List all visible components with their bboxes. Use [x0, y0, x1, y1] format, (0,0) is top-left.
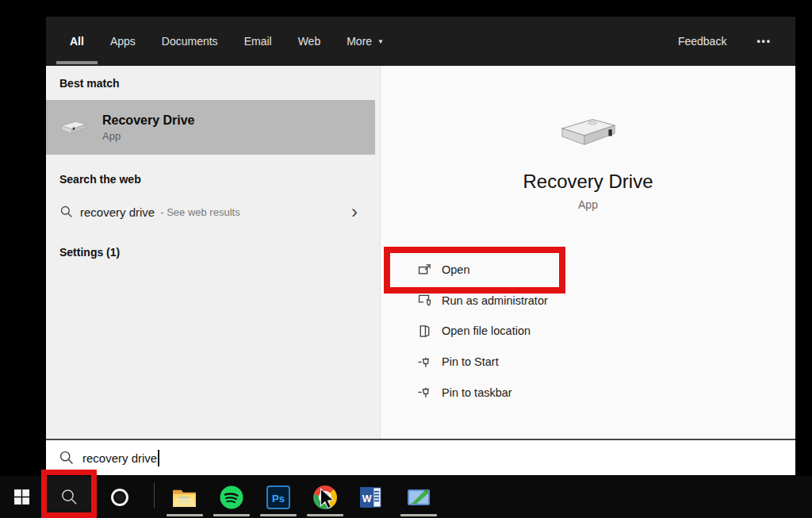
windows-logo-icon — [14, 489, 29, 505]
result-title: Recovery Drive — [381, 171, 795, 193]
settings-heading: Settings (1) — [59, 246, 380, 259]
search-icon — [59, 450, 75, 466]
search-tabs-bar: All Apps Documents Email Web More ▼ Feed… — [46, 17, 795, 66]
running-indicator — [307, 514, 343, 516]
web-search-suggestion[interactable]: recovery drive - See web results › — [46, 196, 380, 228]
action-label: Pin to taskbar — [442, 386, 512, 399]
word-icon: W — [359, 486, 384, 508]
action-pin-to-start[interactable]: Pin to Start — [381, 347, 795, 378]
suggestion-hint: - See web results — [160, 206, 239, 218]
taskbar-search-button[interactable] — [43, 476, 95, 518]
text-caret — [158, 450, 159, 466]
action-label: Pin to Start — [442, 355, 499, 368]
suggestion-query: recovery drive — [80, 205, 155, 219]
spotify-icon — [220, 485, 243, 509]
recovery-drive-icon — [552, 110, 625, 155]
search-input-bar[interactable]: recovery drive — [46, 439, 795, 475]
action-label: Open file location — [442, 324, 530, 337]
best-match-heading: Best match — [59, 77, 380, 90]
action-open[interactable]: Open — [381, 255, 795, 286]
tab-label: Email — [244, 35, 272, 48]
best-match-text: Recovery Drive App — [102, 113, 195, 142]
tab-more[interactable]: More ▼ — [347, 17, 384, 66]
header-right: Feedback ••• — [678, 35, 772, 48]
tab-label: Documents — [162, 35, 218, 48]
open-icon — [416, 263, 433, 278]
photoshop-icon: Ps — [266, 485, 290, 509]
more-options-icon[interactable]: ••• — [756, 36, 772, 47]
file-explorer-icon — [172, 487, 197, 508]
windows-search-flyout: All Apps Documents Email Web More ▼ Feed… — [46, 17, 795, 475]
search-input-value[interactable]: recovery drive — [82, 451, 157, 465]
action-run-as-administrator[interactable]: Run as administrator — [381, 286, 795, 317]
chevron-down-icon: ▼ — [377, 38, 384, 45]
context-actions: Open Run as administrator — [381, 255, 795, 408]
best-match-subtitle: App — [102, 130, 195, 142]
start-button[interactable] — [0, 476, 43, 518]
tab-documents[interactable]: Documents — [162, 17, 218, 66]
tab-label: All — [70, 35, 84, 48]
action-label: Open — [442, 263, 469, 276]
taskbar-file-explorer[interactable] — [161, 476, 208, 518]
admin-shield-icon — [416, 293, 433, 308]
taskbar-photoshop[interactable]: Ps — [255, 476, 301, 518]
running-indicator — [167, 514, 203, 516]
result-hero: Recovery Drive App — [381, 66, 795, 211]
tab-email[interactable]: Email — [244, 17, 272, 66]
tab-label: Web — [298, 35, 321, 48]
tab-web[interactable]: Web — [298, 17, 321, 66]
taskbar-divider — [154, 483, 155, 508]
taskbar-chrome[interactable] — [301, 476, 348, 518]
feedback-button[interactable]: Feedback — [678, 35, 726, 48]
folder-location-icon — [416, 324, 433, 339]
taskbar-spotify[interactable] — [208, 476, 255, 518]
results-list: Best match Recovery Drive App Search the… — [46, 66, 380, 439]
taskbar: Ps W — [0, 476, 812, 518]
running-indicator — [260, 514, 297, 516]
chrome-icon — [313, 485, 337, 509]
search-results-area: Best match Recovery Drive App Search the… — [46, 66, 795, 439]
cortana-icon — [111, 489, 128, 506]
taskbar-word[interactable]: W — [348, 476, 395, 518]
tab-apps[interactable]: Apps — [110, 17, 136, 66]
svg-text:Ps: Ps — [272, 492, 285, 504]
action-pin-to-taskbar[interactable]: Pin to taskbar — [381, 377, 795, 408]
desktop: All Apps Documents Email Web More ▼ Feed… — [0, 0, 812, 518]
running-indicator — [400, 514, 437, 516]
svg-text:W: W — [362, 493, 372, 504]
result-subtitle: App — [381, 198, 795, 211]
running-indicator — [213, 514, 250, 516]
search-web-heading: Search the web — [59, 173, 380, 186]
recovery-drive-icon — [59, 116, 89, 140]
tab-label: More — [347, 35, 372, 48]
result-details-pane: Recovery Drive App Open — [380, 66, 795, 439]
search-icon — [59, 487, 79, 507]
best-match-title: Recovery Drive — [102, 113, 195, 128]
chevron-right-icon[interactable]: › — [351, 204, 358, 220]
search-icon — [59, 205, 74, 219]
tab-all[interactable]: All — [70, 17, 84, 66]
pin-icon — [416, 385, 433, 400]
media-app-icon — [407, 487, 431, 508]
cortana-button[interactable] — [95, 476, 144, 518]
best-match-result[interactable]: Recovery Drive App — [46, 100, 375, 155]
taskbar-media-app[interactable] — [395, 476, 442, 518]
tab-label: Apps — [110, 35, 136, 48]
action-open-file-location[interactable]: Open file location — [381, 316, 795, 347]
action-label: Run as administrator — [442, 294, 548, 307]
pin-icon — [416, 355, 433, 370]
